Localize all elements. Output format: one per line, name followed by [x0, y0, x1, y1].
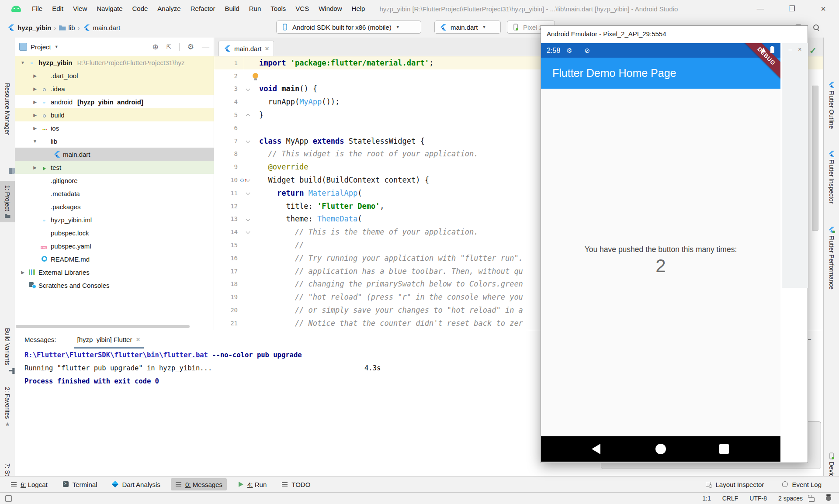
tree-expand-arrow[interactable]: ▶: [31, 126, 38, 131]
maximize-button[interactable]: ❐: [776, 0, 808, 17]
search-icon[interactable]: [813, 24, 820, 31]
tool-window-tab[interactable]: 6: Logcat: [6, 478, 52, 490]
fold-marker[interactable]: [244, 225, 253, 238]
nav-overview-button[interactable]: [719, 444, 729, 454]
horizontal-scrollbar[interactable]: [16, 325, 190, 328]
menu-item[interactable]: Code: [127, 0, 153, 17]
close-tab-icon[interactable]: ✕: [265, 45, 270, 52]
tree-expand-arrow[interactable]: ▶: [31, 86, 38, 91]
tool-window-tab[interactable]: 0: Messages: [171, 478, 227, 490]
bottom-right-tool[interactable]: Layout Inspector: [705, 481, 764, 488]
fold-marker[interactable]: [244, 238, 253, 252]
menu-item[interactable]: VCS: [291, 0, 314, 17]
fold-marker[interactable]: [244, 252, 253, 265]
menu-item[interactable]: Window: [314, 0, 347, 17]
tree-row[interactable]: main.dart: [15, 148, 214, 161]
breadcrumb-file[interactable]: main.dart: [93, 24, 121, 31]
fold-marker[interactable]: [244, 186, 253, 200]
fold-marker[interactable]: [244, 200, 253, 213]
menu-item[interactable]: Help: [347, 0, 370, 17]
tab-flutter-performance[interactable]: Flutter Performance: [824, 226, 839, 290]
intention-bulb-icon[interactable]: [253, 73, 258, 79]
menu-item[interactable]: View: [68, 0, 92, 17]
menu-item[interactable]: Analyze: [153, 0, 185, 17]
fold-marker[interactable]: [244, 290, 253, 304]
inspection-ok-check-icon[interactable]: ✓: [809, 45, 817, 56]
tree-expand-arrow[interactable]: ▶: [31, 73, 38, 78]
locate-file-icon[interactable]: ⊕: [153, 42, 159, 52]
collapse-all-icon[interactable]: ⇱: [166, 44, 171, 50]
tree-row[interactable]: ▶ .dart_tool: [15, 69, 214, 82]
editor-tab-main-dart[interactable]: main.dart ✕: [218, 41, 274, 56]
fold-marker[interactable]: [244, 278, 253, 291]
tree-row[interactable]: ▶ test: [15, 161, 214, 174]
tree-expand-arrow[interactable]: ▶: [31, 165, 38, 170]
flutter-bat-link[interactable]: R:\Flutter\FlutterSDK\flutter\bin\flutte…: [24, 351, 208, 359]
tree-expand-arrow[interactable]: ▶: [31, 100, 38, 104]
menu-item[interactable]: Tools: [266, 0, 291, 17]
tree-row[interactable]: .metadata: [15, 187, 214, 200]
tab-build-variants[interactable]: Build Variants: [0, 328, 15, 365]
hide-panel-icon[interactable]: —: [202, 42, 209, 51]
device-selector-dropdown[interactable]: Android SDK built for x86 (mobile) ▼: [276, 21, 421, 34]
tab-resource-manager[interactable]: Resource Manager: [0, 83, 15, 135]
messages-tab-flutter[interactable]: [hyzp_yibin] Flutter ✕: [74, 330, 144, 349]
tree-row[interactable]: .packages: [15, 200, 214, 213]
tree-row[interactable]: ▶ External Libraries: [15, 266, 214, 279]
fold-marker[interactable]: [244, 95, 253, 108]
settings-gear-icon[interactable]: ⚙: [187, 42, 194, 52]
tree-row[interactable]: ▶ build: [15, 108, 214, 121]
run-config-dropdown[interactable]: main.dart ▼: [434, 21, 501, 34]
menu-item[interactable]: Run: [244, 0, 266, 17]
tree-row[interactable]: hyzp_yibin.iml: [15, 213, 214, 226]
editor-scrollbar[interactable]: [812, 86, 818, 231]
fold-marker[interactable]: [244, 265, 253, 278]
tree-expand-arrow[interactable]: ▼: [31, 139, 38, 144]
tree-expand-arrow[interactable]: ▶: [19, 270, 26, 275]
tool-window-tab[interactable]: TODO: [277, 478, 315, 490]
breadcrumb-project[interactable]: hyzp_yibin: [17, 24, 52, 31]
minimize-button[interactable]: —: [745, 0, 776, 17]
menu-item[interactable]: Navigate: [92, 0, 127, 17]
tab-project[interactable]: 1: Project: [0, 181, 15, 222]
menu-item[interactable]: Build: [220, 0, 244, 17]
emulator-screen[interactable]: 2:58 ⚙ ⊘ DEBUG Flutter Demo Home Page Yo…: [541, 43, 780, 462]
tree-row[interactable]: Scratches and Consoles: [15, 279, 214, 292]
fold-marker[interactable]: [244, 317, 253, 330]
status-item[interactable]: UTF-8: [749, 495, 767, 502]
tool-window-tab[interactable]: 4: Run: [233, 478, 271, 490]
tab-flutter-outline[interactable]: Flutter Outline: [824, 81, 839, 129]
menu-item[interactable]: Refactor: [186, 0, 220, 17]
menu-item[interactable]: File: [27, 0, 47, 17]
tree-row[interactable]: pubspec.lock: [15, 226, 214, 239]
fold-marker[interactable]: [244, 160, 253, 173]
fold-marker[interactable]: [244, 148, 253, 161]
instant-run-icon[interactable]: [5, 495, 12, 502]
tree-row[interactable]: README.md: [15, 252, 214, 266]
tab-flutter-inspector[interactable]: Flutter Inspector: [824, 150, 839, 204]
fold-marker[interactable]: [244, 56, 253, 69]
tree-row[interactable]: ▼ lib: [15, 135, 214, 148]
unlock-icon[interactable]: [809, 497, 815, 502]
fold-marker[interactable]: [244, 173, 253, 186]
status-item[interactable]: 2 spaces: [778, 495, 803, 502]
tree-row[interactable]: ▶ android [hyzp_yibin_android]: [15, 95, 214, 108]
tree-row[interactable]: ▼ hyzp_yibin R:\FlutterProject\FlutterPr…: [15, 56, 214, 69]
status-item[interactable]: CRLF: [722, 495, 738, 502]
fold-marker[interactable]: [244, 83, 253, 96]
fold-marker[interactable]: [244, 213, 253, 226]
tree-row[interactable]: ▶ .idea: [15, 82, 214, 95]
fold-marker[interactable]: [244, 108, 253, 121]
nav-back-button[interactable]: [592, 444, 600, 454]
status-item[interactable]: 1:1: [702, 495, 711, 502]
bottom-right-tool[interactable]: Event Log: [781, 481, 822, 488]
breadcrumb-folder[interactable]: lib: [69, 24, 75, 31]
close-button[interactable]: ×: [808, 0, 839, 17]
tree-expand-arrow[interactable]: ▼: [19, 60, 26, 65]
tree-row[interactable]: .gitignore: [15, 174, 214, 187]
menu-item[interactable]: Edit: [47, 0, 68, 17]
close-tab-icon[interactable]: ✕: [135, 336, 140, 343]
nav-home-button[interactable]: [655, 444, 666, 454]
tool-window-tab[interactable]: Terminal: [58, 478, 102, 490]
fold-marker[interactable]: [244, 135, 253, 148]
